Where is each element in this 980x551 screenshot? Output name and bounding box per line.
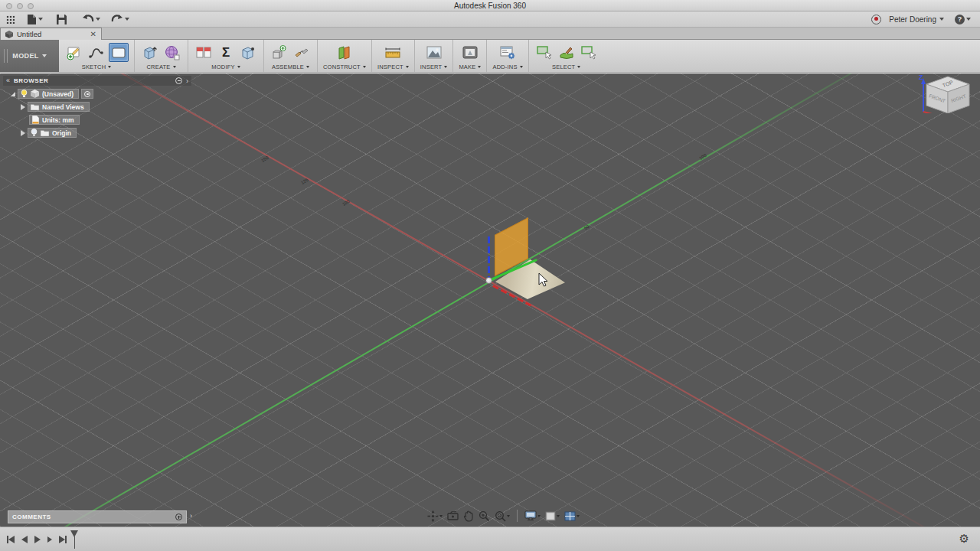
units-label: Units: mm bbox=[42, 116, 74, 124]
bulb-on-icon[interactable] bbox=[21, 90, 28, 98]
mac-minimize-button[interactable] bbox=[17, 3, 23, 9]
chevron-down-icon bbox=[439, 515, 443, 517]
app-grid-button[interactable] bbox=[3, 12, 18, 26]
user-name: Peter Doering bbox=[889, 15, 936, 24]
help-menu-button[interactable]: ? bbox=[952, 12, 974, 26]
view-cube[interactable]: Z TOP FRONT RIGHT bbox=[916, 73, 980, 113]
joint-button[interactable] bbox=[292, 43, 312, 62]
go-to-start-button[interactable] bbox=[7, 536, 15, 543]
record-button[interactable] bbox=[871, 15, 881, 24]
folder-icon bbox=[31, 103, 39, 110]
mac-close-button[interactable] bbox=[6, 3, 12, 9]
ribbon-group-label[interactable]: SKETCH bbox=[82, 64, 112, 70]
viewports-button[interactable] bbox=[563, 510, 581, 522]
timeline-marker[interactable] bbox=[70, 530, 78, 549]
expander-closed-icon[interactable] bbox=[21, 104, 25, 110]
origin-point[interactable] bbox=[485, 277, 492, 284]
ribbon-group-label[interactable]: MAKE bbox=[459, 64, 481, 70]
step-back-button[interactable] bbox=[21, 536, 28, 543]
step-forward-button[interactable] bbox=[47, 536, 52, 543]
box-select-button[interactable] bbox=[579, 43, 599, 62]
ribbon-group-insert: INSERT bbox=[415, 40, 454, 72]
ribbon-group-label[interactable]: SELECT bbox=[552, 64, 580, 70]
display-settings-button[interactable] bbox=[523, 510, 542, 522]
ribbon-group-label[interactable]: INSERT bbox=[420, 64, 448, 70]
chevron-down-icon bbox=[507, 515, 510, 517]
timeline-settings-gear-icon[interactable]: ⚙ bbox=[959, 533, 969, 545]
expander-closed-icon[interactable] bbox=[21, 130, 25, 136]
3d-viewport[interactable]: 150 125 100 50 100 Z TOP FRONT RIGHT « bbox=[0, 73, 980, 527]
shell-button[interactable] bbox=[238, 43, 258, 62]
ribbon-group-label[interactable]: MODIFY bbox=[211, 64, 240, 70]
expander-open-icon[interactable] bbox=[11, 92, 15, 96]
comments-expand-icon[interactable]: › bbox=[190, 512, 192, 520]
measure-button[interactable] bbox=[383, 43, 403, 62]
scripts-addins-button[interactable] bbox=[498, 43, 518, 62]
z-axis-segment bbox=[488, 236, 490, 280]
create-sketch-button[interactable] bbox=[64, 43, 84, 62]
look-at-button[interactable] bbox=[446, 510, 460, 522]
go-to-end-button[interactable] bbox=[59, 536, 67, 543]
grid-settings-button[interactable] bbox=[544, 510, 561, 522]
ribbon-group-label[interactable]: ADD-INS bbox=[492, 64, 522, 70]
rectangle-tool-icon bbox=[112, 47, 126, 58]
ribbon-group-label[interactable]: INSPECT bbox=[377, 64, 409, 70]
app-title: Autodesk Fusion 360 bbox=[0, 0, 980, 11]
new-component-button[interactable] bbox=[270, 43, 289, 62]
press-pull-button[interactable] bbox=[194, 43, 214, 62]
spline-tool-button[interactable] bbox=[87, 43, 106, 62]
application-bar: Peter Doering ? bbox=[0, 11, 980, 28]
save-button[interactable] bbox=[54, 12, 70, 26]
chevron-down-icon bbox=[939, 18, 944, 21]
ribbon-group-sketch: SKETCH bbox=[59, 40, 135, 72]
chevron-down-icon bbox=[108, 66, 111, 68]
add-comment-icon[interactable] bbox=[175, 514, 182, 520]
orbit-button[interactable] bbox=[426, 510, 444, 523]
ribbon-group-select: SELECT bbox=[529, 40, 604, 72]
redo-button[interactable] bbox=[108, 12, 132, 26]
collapse-panel-icon[interactable]: « bbox=[6, 77, 10, 84]
minimize-panel-icon[interactable] bbox=[175, 77, 182, 84]
user-menu-button[interactable]: Peter Doering bbox=[889, 15, 944, 24]
create-form-button[interactable] bbox=[162, 43, 182, 62]
pan-button[interactable] bbox=[462, 510, 475, 523]
mac-zoom-button[interactable] bbox=[28, 3, 34, 9]
comments-bar[interactable]: COMMENTS bbox=[8, 510, 187, 523]
visibility-toggle[interactable] bbox=[81, 89, 93, 99]
ribbon-group-label[interactable]: CONSTRUCT bbox=[323, 64, 366, 70]
origin-item[interactable]: Origin bbox=[28, 128, 77, 138]
skip-start-icon bbox=[8, 536, 15, 543]
workspace-label: MODEL bbox=[12, 52, 39, 60]
step-back-icon bbox=[21, 536, 28, 543]
joint-icon bbox=[294, 46, 309, 60]
zoom-window-button[interactable] bbox=[493, 510, 511, 523]
ribbon-group-label[interactable]: ASSEMBLE bbox=[272, 64, 309, 70]
make-button[interactable] bbox=[460, 43, 480, 62]
play-button[interactable] bbox=[34, 536, 41, 543]
document-tab[interactable]: Untitled ✕ bbox=[0, 28, 102, 40]
3d-print-icon bbox=[462, 46, 478, 59]
undo-button[interactable] bbox=[79, 12, 103, 26]
zoom-button[interactable] bbox=[477, 510, 492, 523]
insert-image-button[interactable] bbox=[424, 43, 444, 62]
units-item[interactable]: Units: mm bbox=[29, 115, 80, 125]
workspace-selector[interactable]: MODEL bbox=[0, 40, 59, 72]
parameters-button[interactable]: Σ bbox=[216, 43, 236, 62]
panel-expand-icon[interactable]: › bbox=[186, 77, 188, 85]
create-sketch-icon bbox=[67, 45, 82, 60]
tab-close-button[interactable]: ✕ bbox=[90, 31, 96, 38]
axis-tick-label: 150 bbox=[260, 155, 270, 163]
construct-plane-button[interactable] bbox=[335, 43, 354, 62]
ribbon-group-label[interactable]: CREATE bbox=[146, 64, 175, 70]
file-menu-button[interactable] bbox=[24, 12, 46, 26]
timeline-marker-stem bbox=[74, 536, 75, 549]
browser-root-item[interactable]: (Unsaved) bbox=[18, 89, 79, 99]
rectangle-tool-button[interactable] bbox=[109, 43, 129, 62]
bulb-off-icon[interactable] bbox=[31, 129, 38, 137]
mouse-cursor bbox=[538, 272, 549, 288]
shell-icon bbox=[240, 45, 256, 60]
named-views-item[interactable]: Named Views bbox=[28, 102, 90, 112]
window-select-button[interactable] bbox=[534, 43, 554, 62]
paint-select-button[interactable] bbox=[557, 43, 577, 62]
new-body-button[interactable] bbox=[140, 43, 160, 62]
